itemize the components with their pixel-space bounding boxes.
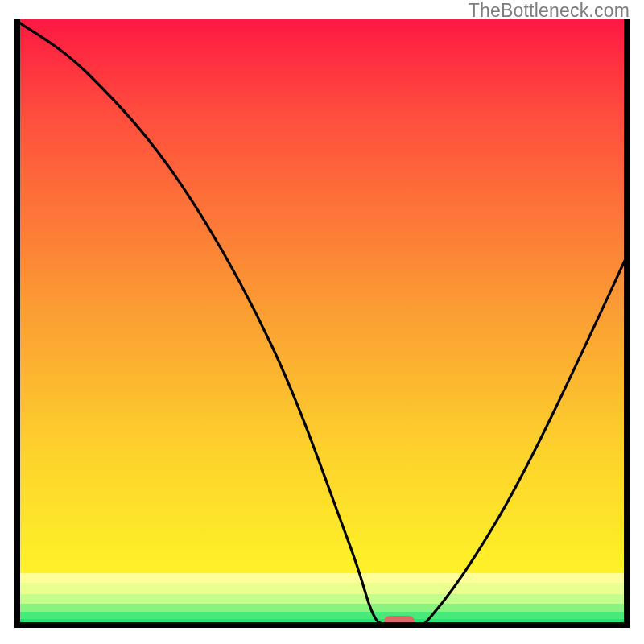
curve-path: [14, 19, 630, 628]
chart-frame: TheBottleneck.com: [0, 0, 644, 644]
bottleneck-curve: [14, 19, 630, 628]
optimum-marker: [384, 616, 415, 627]
plot-area: [14, 19, 630, 628]
watermark-text: TheBottleneck.com: [469, 0, 630, 22]
